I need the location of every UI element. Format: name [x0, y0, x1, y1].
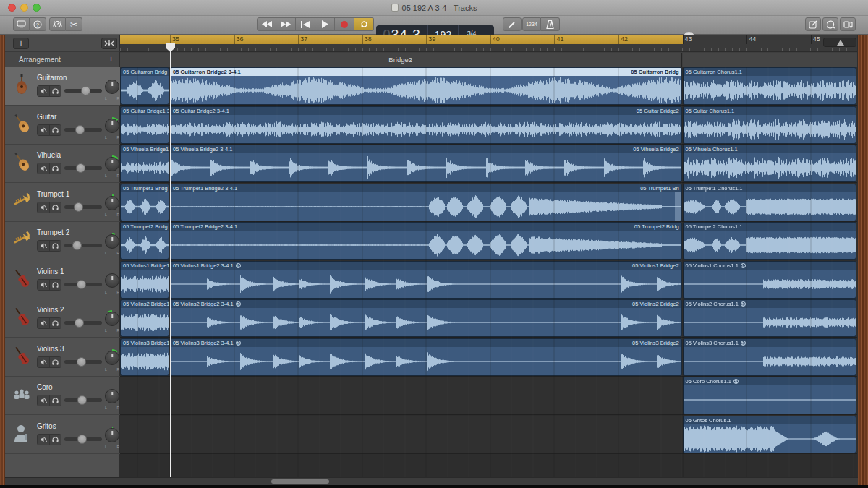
arrangement-section[interactable]: [683, 53, 857, 67]
count-in-button[interactable]: 1234: [522, 17, 541, 31]
volume-slider[interactable]: [64, 437, 102, 441]
pan-knob[interactable]: LR: [103, 427, 121, 444]
mute-button[interactable]: [38, 125, 49, 135]
track-header-trumpet-1[interactable]: Trumpet 1LR: [5, 184, 120, 222]
solo-button[interactable]: [49, 202, 61, 213]
play-button[interactable]: [315, 17, 335, 31]
audio-region[interactable]: 05 Guitar Bridge1 3: [120, 106, 169, 144]
mute-button[interactable]: [38, 395, 49, 406]
pan-knob[interactable]: LR: [103, 117, 121, 134]
volume-slider[interactable]: [64, 166, 102, 170]
track-name[interactable]: Vihuela: [37, 151, 61, 159]
solo-button[interactable]: [49, 318, 61, 328]
solo-button[interactable]: [49, 435, 61, 445]
tuner-button[interactable]: [503, 17, 522, 31]
track-lane-violins-2[interactable]: 05 Violins2 Bridge105 Violins2 Bridge2 3…: [120, 299, 857, 338]
forward-button[interactable]: [276, 17, 296, 31]
volume-slider[interactable]: [64, 128, 102, 132]
solo-button[interactable]: [49, 280, 61, 290]
volume-slider[interactable]: [64, 283, 102, 286]
mute-button[interactable]: [38, 163, 49, 174]
audio-region[interactable]: 05 Trumpet1 Bridge2 3-4.105 Trumpet1 Bri: [170, 184, 682, 221]
track-lane-trumpet-1[interactable]: 05 Trumpet1 Bridg05 Trumpet1 Bridge2 3-4…: [120, 184, 857, 222]
volume-slider[interactable]: [64, 398, 102, 402]
audio-region[interactable]: 05 Trumpet2 Bridg: [120, 222, 169, 260]
audio-region[interactable]: 05 Trumpet2 Chorus1.1: [683, 222, 856, 260]
volume-thumb[interactable]: [72, 241, 82, 250]
track-lane-coro[interactable]: 05 Coro Chorus1.1⇅: [120, 377, 857, 415]
solo-button[interactable]: [49, 163, 61, 174]
close-button[interactable]: [8, 4, 16, 12]
audio-region[interactable]: 05 Guitarron Bridg: [120, 67, 169, 105]
go-to-beginning-button[interactable]: [296, 17, 315, 31]
cycle-region[interactable]: [120, 35, 683, 44]
track-header-violins-1[interactable]: Violins 1LR: [5, 261, 120, 299]
track-header-coro[interactable]: CoroLR: [5, 377, 120, 415]
mute-button[interactable]: [38, 357, 49, 367]
audio-region[interactable]: 05 Violins3 Bridge2 3-4.1⇅05 Violins3 Br…: [170, 338, 682, 376]
minimize-button[interactable]: [20, 4, 28, 12]
arrangement-add-button[interactable]: +: [109, 54, 114, 64]
track-lane-trumpet-2[interactable]: 05 Trumpet2 Bridg05 Trumpet2 Bridge2 3-4…: [120, 222, 857, 260]
add-track-button[interactable]: +: [13, 38, 29, 49]
arrangement-section[interactable]: Bridge2: [120, 53, 682, 67]
track-header-guitarron[interactable]: GuitarronLR: [5, 67, 120, 106]
track-header-trumpet-2[interactable]: Trumpet 2LR: [5, 222, 120, 260]
beat-ruler[interactable]: 3536373839404142434445: [120, 35, 857, 52]
track-header-vihuela[interactable]: VihuelaLR: [5, 145, 120, 183]
mute-button[interactable]: [38, 86, 49, 96]
editor-button[interactable]: ✂: [66, 17, 82, 31]
track-lane-gritos[interactable]: 05 Gritos Chorus.1: [120, 416, 857, 454]
volume-thumb[interactable]: [75, 125, 85, 134]
audio-region[interactable]: 05 Vihuela Bridge2 3-4.105 Vihuela Bridg…: [170, 145, 682, 182]
pan-knob[interactable]: LR: [103, 388, 121, 405]
library-button[interactable]: [13, 17, 30, 31]
track-name[interactable]: Violins 3: [37, 345, 64, 353]
smart-controls-button[interactable]: [49, 17, 66, 31]
zoom-slider-thumb[interactable]: [837, 40, 844, 46]
arrangement-track-header[interactable]: Arrangement +: [5, 52, 120, 67]
region-resize-handle[interactable]: [675, 192, 681, 221]
audio-region[interactable]: 05 Trumpet1 Chorus1.1: [683, 184, 856, 221]
horizontal-scrollbar[interactable]: [271, 479, 329, 484]
volume-thumb[interactable]: [74, 202, 83, 212]
pan-knob[interactable]: LR: [103, 194, 121, 212]
zoom-slider[interactable]: [823, 38, 856, 47]
pan-knob[interactable]: LR: [103, 78, 121, 95]
volume-thumb[interactable]: [76, 163, 85, 173]
mute-button[interactable]: [38, 280, 49, 290]
volume-slider[interactable]: [64, 360, 102, 364]
pan-knob[interactable]: LR: [103, 310, 121, 328]
solo-button[interactable]: [49, 395, 61, 406]
track-header-violins-2[interactable]: Violins 2LR: [5, 299, 120, 338]
catch-playhead-button[interactable]: [101, 38, 117, 49]
solo-button[interactable]: [49, 86, 61, 96]
zoom-button[interactable]: [33, 4, 41, 12]
track-name[interactable]: Guitar: [37, 113, 56, 121]
track-name[interactable]: Violins 1: [37, 267, 64, 275]
note-pad-button[interactable]: [805, 17, 821, 31]
pan-knob[interactable]: LR: [103, 272, 121, 289]
rewind-button[interactable]: [257, 17, 276, 31]
track-lane-violins-3[interactable]: 05 Violins3 Bridge105 Violins3 Bridge2 3…: [120, 338, 857, 377]
title-bar[interactable]: 05 192 A 3-4 - Tracks: [0, 0, 868, 16]
pan-knob[interactable]: LR: [103, 349, 121, 367]
audio-region[interactable]: 05 Violins1 Chorus1.1⇅: [683, 261, 856, 299]
audio-region[interactable]: 05 Violins3 Bridge1: [120, 338, 169, 376]
track-header-guitar[interactable]: GuitarLR: [5, 106, 120, 145]
solo-button[interactable]: [49, 125, 61, 135]
audio-region[interactable]: 05 Violins1 Bridge1: [120, 261, 169, 299]
track-lane-vihuela[interactable]: 05 Vihuela Bridge105 Vihuela Bridge2 3-4…: [120, 145, 857, 183]
track-name[interactable]: Guitarron: [37, 74, 67, 82]
volume-slider[interactable]: [64, 321, 102, 325]
volume-slider[interactable]: [64, 205, 102, 209]
volume-slider[interactable]: [64, 244, 102, 247]
volume-thumb[interactable]: [75, 318, 84, 328]
audio-region[interactable]: 05 Trumpet2 Bridge2 3-4.105 Trumpet2 Bri…: [170, 222, 682, 260]
volume-thumb[interactable]: [77, 280, 86, 289]
audio-region[interactable]: 05 Trumpet1 Bridg: [120, 184, 169, 221]
record-button[interactable]: [335, 17, 354, 31]
volume-thumb[interactable]: [77, 357, 86, 367]
track-lane-guitar[interactable]: 05 Guitar Bridge1 305 Guitar Bridge2 3-4…: [120, 106, 857, 145]
audio-region[interactable]: 05 Vihuela Chorus1.1: [683, 145, 856, 182]
